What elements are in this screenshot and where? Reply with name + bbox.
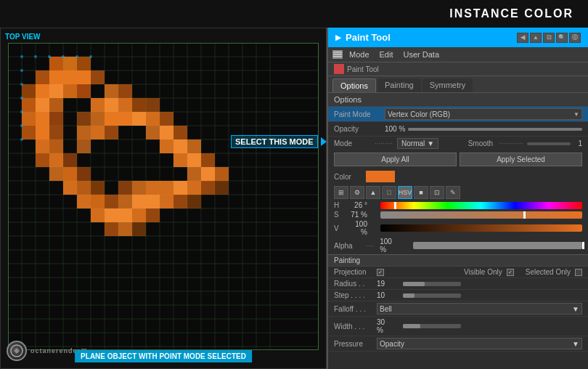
- svg-rect-94: [49, 153, 63, 167]
- svg-rect-126: [105, 208, 118, 222]
- falloff-dropdown[interactable]: Bell ▼: [377, 303, 582, 315]
- info-btn[interactable]: ⓪: [569, 33, 581, 43]
- visible-only-checkbox[interactable]: ✓: [507, 269, 514, 276]
- pressure-dropdown[interactable]: Opacity ▼: [377, 338, 582, 349]
- svg-rect-100: [63, 167, 77, 181]
- svg-rect-70: [49, 112, 63, 126]
- blend-mode-row: Mode ········· Normal ▼ Smooth ·········…: [328, 137, 588, 150]
- right-panel: ▶ Paint Tool ◀ ▲ ⊡ 🔍 ⓪ Mode Edit User Da…: [327, 28, 588, 369]
- blend-mode-arrow: ▼: [427, 139, 434, 147]
- menu-userdata[interactable]: User Data: [400, 49, 444, 60]
- svg-rect-45: [49, 57, 63, 70]
- svg-rect-79: [36, 126, 49, 139]
- menu-mode[interactable]: Mode: [346, 49, 373, 60]
- paint-tool-header: ▶ Paint Tool ◀ ▲ ⊡ 🔍 ⓪: [328, 28, 588, 47]
- svg-rect-65: [118, 98, 132, 112]
- falloff-row: Falloff . . . Bell ▼: [328, 301, 588, 317]
- svg-rect-119: [118, 195, 132, 208]
- apply-all-button[interactable]: Apply All: [334, 153, 457, 166]
- apply-buttons-row: Apply All Apply Selected: [328, 150, 588, 169]
- tab-painting[interactable]: Painting: [377, 78, 421, 92]
- svg-rect-104: [215, 167, 229, 181]
- svg-rect-111: [160, 181, 173, 195]
- opacity-slider-track[interactable]: [408, 128, 582, 131]
- h-slider-track[interactable]: [380, 202, 582, 209]
- blend-mode-value: Normal: [401, 139, 425, 147]
- selected-only-label: Selected Only: [526, 268, 571, 276]
- svg-rect-74: [118, 112, 132, 126]
- tab-options[interactable]: Options: [332, 78, 376, 92]
- svg-rect-92: [187, 139, 201, 153]
- blend-mode-dropdown[interactable]: Normal ▼: [397, 138, 438, 149]
- svg-rect-84: [146, 126, 160, 139]
- alpha-value: 100 %: [380, 238, 400, 254]
- s-slider-track[interactable]: [380, 211, 582, 219]
- color-tool-swatch2[interactable]: ■: [414, 186, 428, 199]
- width-value: 30 %: [377, 318, 391, 334]
- color-tool-eyedropper[interactable]: ✎: [446, 186, 460, 199]
- panel-options-content: Paint Mode Vertex Color (RGB) ▼ Opacity …: [328, 107, 588, 369]
- paint-tool-icon: [334, 64, 344, 74]
- svg-rect-60: [22, 98, 36, 112]
- search-btn[interactable]: 🔍: [556, 33, 568, 43]
- color-swatch[interactable]: [366, 171, 395, 182]
- svg-rect-85: [160, 126, 173, 139]
- h-slider-row: H 26 °: [328, 200, 588, 210]
- projection-row: Projection ✓ Visible Only ✓ Selected Onl…: [328, 267, 588, 278]
- svg-rect-47: [77, 57, 91, 70]
- width-slider[interactable]: [403, 324, 461, 328]
- svg-rect-96: [173, 153, 187, 167]
- menu-edit[interactable]: Edit: [376, 49, 397, 60]
- svg-rect-88: [49, 139, 63, 153]
- projection-checkbox[interactable]: ✓: [377, 269, 384, 276]
- svg-point-137: [75, 55, 78, 58]
- svg-rect-115: [215, 181, 229, 195]
- title-bar: INSTANCE COLOR: [0, 0, 588, 28]
- svg-rect-113: [187, 181, 201, 195]
- svg-rect-52: [91, 70, 105, 84]
- color-tools-row: ⊞ ⚙ ▲ □ HSV ■ ⊡ ✎: [328, 184, 588, 200]
- svg-rect-107: [91, 181, 105, 195]
- nav-btn-2[interactable]: ⊡: [543, 33, 555, 43]
- color-tool-grid[interactable]: ⊞: [334, 186, 348, 199]
- svg-point-140: [20, 83, 23, 86]
- svg-rect-118: [105, 195, 118, 208]
- selected-only-checkbox[interactable]: [575, 269, 582, 276]
- svg-rect-67: [146, 98, 160, 112]
- color-tool-crosshair[interactable]: ⊡: [430, 186, 444, 199]
- collapse-btn[interactable]: ◀: [517, 33, 528, 43]
- svg-rect-51: [77, 70, 91, 84]
- svg-point-139: [20, 69, 23, 72]
- v-slider-track[interactable]: [380, 224, 582, 232]
- paint-tool-subtitle: Paint Tool: [347, 65, 379, 73]
- svg-rect-76: [146, 112, 160, 126]
- color-tool-hsv[interactable]: HSV: [398, 186, 412, 199]
- radius-value: 19: [377, 280, 391, 288]
- svg-rect-69: [36, 112, 49, 126]
- apply-selected-button[interactable]: Apply Selected: [460, 153, 582, 166]
- paint-mode-dropdown[interactable]: Vertex Color (RGB) ▼: [385, 108, 582, 120]
- svg-rect-87: [36, 139, 49, 153]
- svg-rect-73: [105, 112, 118, 126]
- nav-btn-1[interactable]: ▲: [530, 33, 542, 43]
- svg-rect-72: [91, 112, 105, 126]
- color-tool-gear[interactable]: ⚙: [350, 186, 364, 199]
- step-slider[interactable]: [403, 293, 461, 298]
- alpha-slider-track[interactable]: [413, 242, 582, 249]
- color-tool-triangle[interactable]: ▲: [366, 186, 380, 199]
- svg-rect-101: [77, 167, 91, 181]
- svg-rect-59: [118, 84, 132, 98]
- opacity-row: Opacity 100 %: [328, 122, 588, 137]
- color-tool-square[interactable]: □: [382, 186, 396, 199]
- radius-slider[interactable]: [403, 282, 461, 286]
- svg-rect-53: [22, 84, 36, 98]
- paint-mode-label: Paint Mode: [334, 110, 385, 118]
- smooth-slider[interactable]: [527, 142, 571, 145]
- svg-rect-132: [132, 222, 146, 236]
- svg-rect-77: [160, 112, 173, 126]
- step-slider-fill: [403, 293, 415, 298]
- opacity-slider-fill: [408, 128, 582, 131]
- viewport: TOP VIEW: [0, 28, 327, 369]
- tab-symmetry[interactable]: Symmetry: [422, 78, 473, 92]
- logo-icon: [7, 341, 27, 361]
